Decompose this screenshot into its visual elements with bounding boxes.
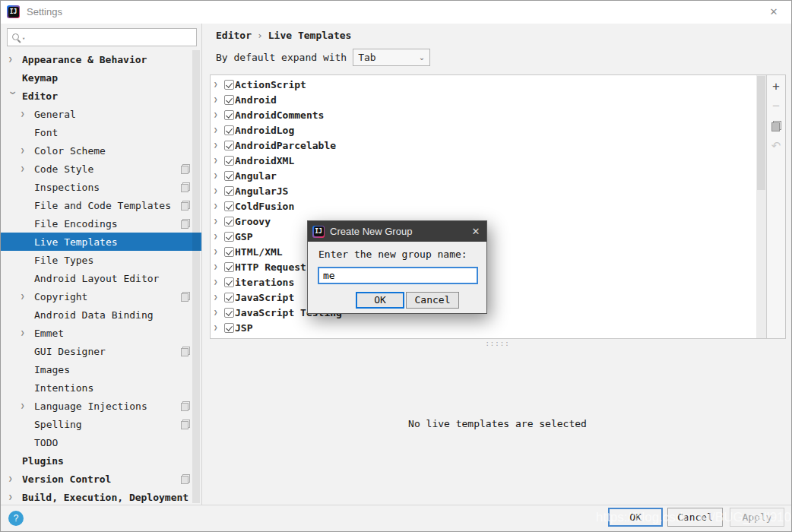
window-titlebar[interactable]: IJ Settings ✕ bbox=[1, 1, 791, 24]
expand-chevron-icon[interactable]: ❯ bbox=[21, 147, 33, 154]
sidebar-item-code-style[interactable]: ❯ Code Style bbox=[1, 160, 202, 178]
scrollbar-thumb[interactable] bbox=[757, 76, 765, 190]
template-group-androidxml[interactable]: ❯ AndroidXML bbox=[211, 153, 756, 168]
revert-button[interactable]: ↶ bbox=[768, 138, 784, 154]
sidebar-item-editor[interactable]: ❯ Editor bbox=[1, 87, 202, 105]
sidebar-item-language-injections[interactable]: ❯ Language Injections bbox=[1, 397, 202, 415]
expand-chevron-icon[interactable]: ❯ bbox=[214, 111, 224, 119]
cancel-button[interactable]: Cancel bbox=[667, 508, 723, 527]
expand-chevron-icon[interactable]: ❯ bbox=[21, 402, 33, 410]
sidebar-item-todo[interactable]: ❯ TODO bbox=[1, 433, 202, 451]
dialog-close-icon[interactable]: ✕ bbox=[465, 221, 486, 242]
sidebar-item-file-and-code-templates[interactable]: ❯ File and Code Templates bbox=[1, 196, 202, 214]
group-checkbox[interactable] bbox=[224, 323, 234, 333]
expand-chevron-icon[interactable]: ❯ bbox=[21, 293, 33, 300]
expand-chevron-icon[interactable]: ❯ bbox=[8, 493, 21, 501]
expand-chevron-icon[interactable]: ❯ bbox=[214, 81, 224, 88]
group-checkbox[interactable] bbox=[224, 201, 234, 211]
template-list-scrollbar[interactable] bbox=[756, 75, 766, 338]
expand-chevron-icon[interactable]: ❯ bbox=[21, 329, 33, 337]
ok-button[interactable]: OK bbox=[608, 508, 663, 527]
sidebar-item-images[interactable]: ❯ Images bbox=[1, 360, 202, 378]
template-group-angularjs[interactable]: ❯ AngularJS bbox=[211, 183, 756, 198]
breadcrumb-editor[interactable]: Editor bbox=[216, 30, 252, 41]
group-checkbox[interactable] bbox=[224, 277, 234, 287]
sidebar-item-general[interactable]: ❯ General bbox=[1, 105, 202, 123]
apply-button[interactable]: Apply bbox=[730, 508, 784, 527]
group-name-input[interactable] bbox=[318, 267, 478, 284]
sidebar-item-version-control[interactable]: ❯ Version Control bbox=[1, 470, 202, 488]
group-checkbox[interactable] bbox=[224, 217, 234, 226]
sidebar-item-font[interactable]: ❯ Font bbox=[1, 123, 202, 141]
panel-splitter[interactable]: ::::: bbox=[202, 340, 792, 348]
template-group-actionscript[interactable]: ❯ ActionScript bbox=[211, 77, 756, 92]
sidebar-item-android-data-binding[interactable]: ❯ Android Data Binding bbox=[1, 306, 202, 324]
sidebar-item-keymap[interactable]: ❯ Keymap bbox=[1, 68, 202, 87]
expand-chevron-icon[interactable]: ❯ bbox=[21, 110, 33, 118]
sidebar-item-plugins[interactable]: ❯ Plugins bbox=[1, 451, 202, 470]
expand-chevron-icon[interactable]: ❯ bbox=[214, 324, 224, 331]
expand-chevron-icon[interactable]: ❯ bbox=[214, 202, 224, 210]
expand-chevron-icon[interactable]: ❯ bbox=[214, 157, 224, 164]
sidebar-item-appearance-behavior[interactable]: ❯ Appearance & Behavior bbox=[1, 50, 202, 68]
group-checkbox[interactable] bbox=[224, 262, 234, 272]
sidebar-item-live-templates[interactable]: ❯ Live Templates bbox=[1, 233, 202, 251]
sidebar-item-gui-designer[interactable]: ❯ GUI Designer bbox=[1, 342, 202, 360]
expand-chevron-icon[interactable]: ❯ bbox=[214, 96, 224, 103]
template-group-androidcomments[interactable]: ❯ AndroidComments bbox=[211, 107, 756, 122]
expand-chevron-icon[interactable]: ❯ bbox=[214, 293, 224, 301]
group-checkbox[interactable] bbox=[224, 80, 234, 90]
search-options-caret-icon[interactable]: ▾ bbox=[22, 36, 25, 42]
sidebar-item-file-types[interactable]: ❯ File Types bbox=[1, 251, 202, 269]
search-input[interactable] bbox=[28, 30, 196, 45]
dialog-titlebar[interactable]: IJ Create New Group ✕ bbox=[308, 221, 486, 242]
group-checkbox[interactable] bbox=[224, 125, 234, 135]
sidebar-item-color-scheme[interactable]: ❯ Color Scheme bbox=[1, 141, 202, 160]
sidebar-item-copyright[interactable]: ❯ Copyright bbox=[1, 287, 202, 306]
sidebar-item-file-encodings[interactable]: ❯ File Encodings bbox=[1, 214, 202, 233]
window-close-icon[interactable]: ✕ bbox=[765, 4, 782, 21]
template-group-coldfusion[interactable]: ❯ ColdFusion bbox=[211, 198, 756, 214]
group-checkbox[interactable] bbox=[224, 141, 234, 150]
splitter-grip-icon[interactable]: ::::: bbox=[202, 340, 792, 347]
group-checkbox[interactable] bbox=[224, 338, 234, 339]
dialog-cancel-button[interactable]: Cancel bbox=[406, 292, 459, 309]
dialog-ok-button[interactable]: OK bbox=[356, 292, 404, 309]
sidebar-item-intentions[interactable]: ❯ Intentions bbox=[1, 378, 202, 397]
help-button[interactable]: ? bbox=[8, 511, 24, 526]
expand-chevron-icon[interactable]: ❯ bbox=[214, 187, 224, 195]
template-group-jsp[interactable]: ❯ JSP bbox=[211, 320, 756, 335]
expand-with-combobox[interactable]: Tab ⌄ bbox=[353, 49, 430, 66]
expand-chevron-icon[interactable]: ❯ bbox=[8, 475, 21, 483]
expand-chevron-icon[interactable]: ❯ bbox=[214, 126, 224, 134]
expand-chevron-icon[interactable]: ❯ bbox=[214, 309, 224, 316]
template-group-kotlin[interactable]: ❯ Kotlin bbox=[211, 335, 756, 338]
expand-chevron-icon[interactable]: ❯ bbox=[214, 141, 224, 149]
group-checkbox[interactable] bbox=[224, 186, 234, 196]
expand-chevron-icon[interactable]: ❯ bbox=[214, 263, 224, 271]
add-button[interactable]: + bbox=[768, 78, 784, 95]
template-group-android[interactable]: ❯ Android bbox=[211, 92, 756, 107]
group-checkbox[interactable] bbox=[224, 156, 234, 166]
sidebar-scrollbar[interactable] bbox=[192, 50, 200, 503]
expand-chevron-icon[interactable]: ❯ bbox=[9, 91, 17, 103]
group-checkbox[interactable] bbox=[224, 247, 234, 257]
settings-search-box[interactable]: ▾ bbox=[7, 28, 197, 46]
expand-chevron-icon[interactable]: ❯ bbox=[214, 233, 224, 240]
template-group-angular[interactable]: ❯ Angular bbox=[211, 168, 756, 183]
group-checkbox[interactable] bbox=[224, 232, 234, 242]
group-checkbox[interactable] bbox=[224, 95, 234, 105]
group-checkbox[interactable] bbox=[224, 110, 234, 120]
expand-chevron-icon[interactable]: ❯ bbox=[21, 165, 33, 173]
group-checkbox[interactable] bbox=[224, 293, 234, 302]
group-checkbox[interactable] bbox=[224, 171, 234, 181]
expand-chevron-icon[interactable]: ❯ bbox=[214, 278, 224, 286]
duplicate-button[interactable] bbox=[768, 118, 784, 135]
remove-button[interactable]: − bbox=[768, 98, 784, 115]
sidebar-item-emmet[interactable]: ❯ Emmet bbox=[1, 324, 202, 342]
template-group-androidlog[interactable]: ❯ AndroidLog bbox=[211, 122, 756, 138]
template-group-androidparcelable[interactable]: ❯ AndroidParcelable bbox=[211, 138, 756, 153]
expand-chevron-icon[interactable]: ❯ bbox=[8, 55, 21, 63]
sidebar-item-build-execution-deployment[interactable]: ❯ Build, Execution, Deployment bbox=[1, 488, 202, 505]
sidebar-item-spelling[interactable]: ❯ Spelling bbox=[1, 415, 202, 433]
